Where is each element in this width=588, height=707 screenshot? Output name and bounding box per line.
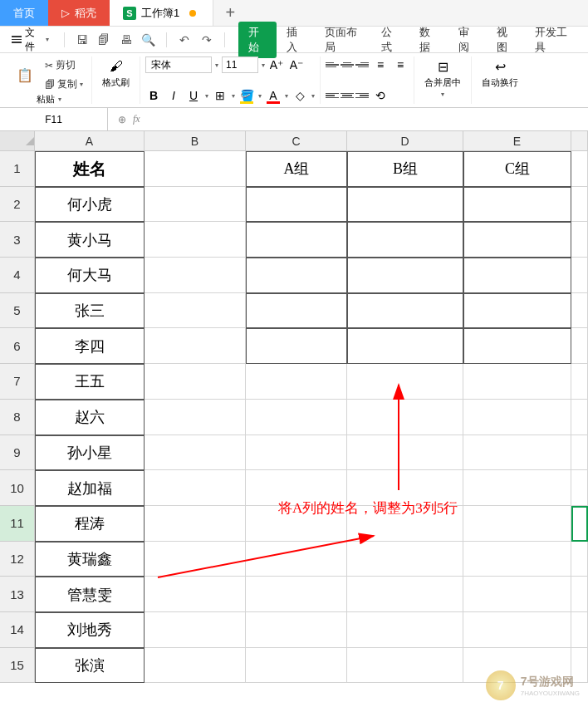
row-header[interactable]: 14	[0, 612, 35, 648]
cell-C14[interactable]	[246, 612, 347, 648]
cell-E3[interactable]	[463, 222, 571, 258]
align-center[interactable]	[341, 91, 354, 101]
col-header-A[interactable]: A	[35, 131, 145, 150]
row-header[interactable]: 7	[0, 364, 35, 400]
cell-F8[interactable]	[571, 400, 588, 435]
row-header[interactable]: 4	[0, 258, 35, 293]
cell-C8[interactable]	[246, 400, 347, 435]
cell-C15[interactable]	[246, 648, 347, 684]
cell-E4[interactable]	[463, 258, 571, 293]
cell-B6[interactable]	[145, 328, 246, 364]
row-header[interactable]: 5	[0, 293, 35, 329]
cell-C12[interactable]	[246, 542, 347, 577]
menu-dev[interactable]: 开发工具	[525, 22, 581, 58]
row-header[interactable]: 9	[0, 435, 35, 471]
cell-C5[interactable]	[246, 293, 347, 329]
save-icon[interactable]: 🖫	[75, 32, 91, 48]
cell-C2[interactable]	[246, 187, 347, 223]
format-painter-button[interactable]: 🖌 格式刷	[97, 56, 135, 91]
chevron-down-icon[interactable]: ▾	[262, 61, 265, 69]
name-box[interactable]	[0, 108, 108, 130]
cell-B1[interactable]	[145, 151, 246, 187]
cell-D4[interactable]	[347, 258, 463, 293]
cell-E5[interactable]	[463, 293, 571, 329]
cell-B5[interactable]	[145, 293, 246, 329]
cell-E2[interactable]	[463, 187, 571, 223]
menu-data[interactable]: 数据	[409, 22, 448, 58]
cell-D13[interactable]	[347, 577, 463, 612]
row-header[interactable]: 12	[0, 542, 35, 577]
cell-B11[interactable]	[145, 506, 246, 542]
tab-daoke[interactable]: ▷ 稻壳	[48, 0, 110, 26]
border-button[interactable]: ⊞	[212, 87, 228, 104]
cell-B14[interactable]	[145, 612, 246, 648]
cell-E8[interactable]	[463, 400, 571, 435]
cell-A2[interactable]: 何小虎	[35, 187, 145, 223]
cell-D1[interactable]: B组	[347, 151, 463, 187]
cell-F12[interactable]	[571, 542, 588, 577]
cell-B4[interactable]	[145, 258, 246, 293]
cell-B13[interactable]	[145, 577, 246, 612]
cell-D9[interactable]	[347, 435, 463, 471]
cell-E10[interactable]	[463, 470, 571, 506]
chevron-down-icon[interactable]: ▾	[258, 92, 262, 100]
row-header[interactable]: 3	[0, 222, 35, 258]
cell-A14[interactable]: 刘地秀	[35, 612, 145, 648]
cell-F13[interactable]	[571, 577, 588, 612]
row-header[interactable]: 6	[0, 328, 35, 364]
indent-increase-button[interactable]: ≡	[392, 56, 409, 73]
cell-C7[interactable]	[246, 364, 347, 400]
cell-E12[interactable]	[463, 542, 571, 577]
zoom-icon[interactable]: ⊕	[118, 114, 126, 125]
merge-center-button[interactable]: ⊟ 合并居中 ▾	[419, 56, 466, 100]
cell-C13[interactable]	[246, 577, 347, 612]
row-header[interactable]: 8	[0, 400, 35, 435]
redo-icon[interactable]: ↷	[198, 32, 214, 48]
cell-C4[interactable]	[246, 258, 347, 293]
increase-font-button[interactable]: A⁺	[268, 56, 285, 73]
cell-B8[interactable]	[145, 400, 246, 435]
cell-D6[interactable]	[347, 328, 463, 364]
font-color-button[interactable]: A	[265, 87, 282, 104]
chevron-down-icon[interactable]: ▾	[285, 92, 288, 100]
cell-A8[interactable]: 赵六	[35, 400, 145, 435]
orientation-button[interactable]: ⟲	[372, 87, 389, 104]
cell-A15[interactable]: 张演	[35, 648, 145, 684]
cell-D5[interactable]	[347, 293, 463, 329]
cell-E7[interactable]	[463, 364, 571, 400]
auto-wrap-button[interactable]: ↩ 自动换行	[477, 56, 523, 91]
cell-B12[interactable]	[145, 542, 246, 577]
cell-F3[interactable]	[571, 222, 588, 258]
cell-B3[interactable]	[145, 222, 246, 258]
undo-icon[interactable]: ↶	[177, 32, 193, 48]
align-right[interactable]	[355, 91, 369, 101]
align-top-center[interactable]	[341, 60, 354, 70]
menu-review[interactable]: 审阅	[448, 22, 487, 58]
cell-C6[interactable]	[246, 328, 347, 364]
cell-A12[interactable]: 黄瑞鑫	[35, 542, 145, 577]
fill-color-button[interactable]: 🪣	[238, 87, 255, 104]
paste-label[interactable]: 粘贴	[37, 93, 55, 106]
cell-E11[interactable]	[463, 506, 571, 542]
tab-workbook[interactable]: S 工作簿1	[110, 0, 213, 26]
cell-B15[interactable]	[145, 648, 246, 684]
row-header[interactable]: 2	[0, 187, 35, 223]
cell-A3[interactable]: 黄小马	[35, 222, 145, 258]
cell-F5[interactable]	[571, 293, 588, 329]
cell-C1[interactable]: A组	[246, 151, 347, 187]
row-header[interactable]: 11	[0, 506, 35, 542]
cell-F14[interactable]	[571, 612, 588, 648]
col-header-D[interactable]: D	[347, 131, 463, 150]
tab-home[interactable]: 首页	[0, 0, 48, 26]
col-header-F[interactable]	[571, 131, 588, 150]
col-header-E[interactable]: E	[463, 131, 571, 150]
cell-A6[interactable]: 李四	[35, 328, 145, 364]
underline-button[interactable]: U	[185, 87, 202, 104]
cell-A7[interactable]: 王五	[35, 364, 145, 400]
align-top-right[interactable]	[355, 60, 369, 70]
cell-F1[interactable]	[571, 151, 588, 187]
decrease-font-button[interactable]: A⁻	[288, 56, 305, 73]
cell-D12[interactable]	[347, 542, 463, 577]
cell-B9[interactable]	[145, 435, 246, 471]
cell-D15[interactable]	[347, 648, 463, 684]
